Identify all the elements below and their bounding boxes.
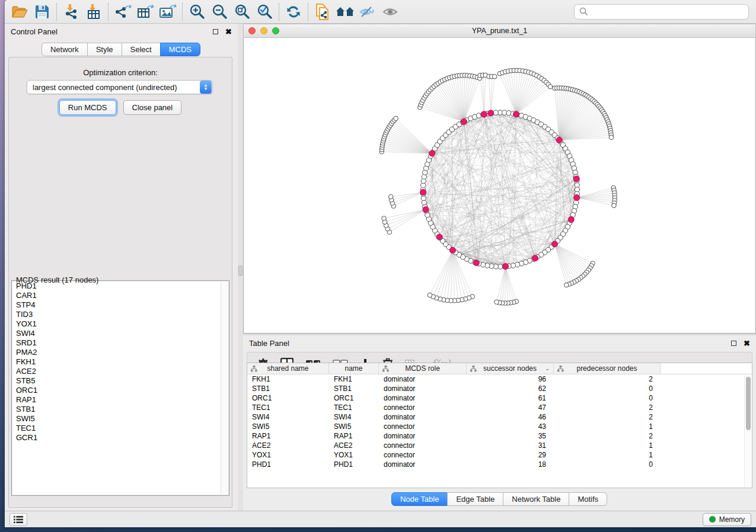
optimization-criterion-select[interactable]: largest connected component (undirected)…	[27, 80, 213, 94]
tab-network[interactable]: Network	[42, 43, 88, 56]
table-row[interactable]: STB1STB1dominator620	[247, 384, 752, 393]
show-all-icon[interactable]	[379, 2, 401, 22]
cell-shared-name[interactable]: ORC1	[247, 393, 329, 403]
cell-successor-nodes[interactable]: 29	[467, 450, 554, 460]
export-network-icon[interactable]	[111, 2, 134, 22]
cell-mcds-role[interactable]: dominator	[379, 460, 467, 469]
cell-predecessor-nodes[interactable]: 0	[554, 460, 661, 469]
table-row[interactable]: FKH1FKH1dominator962	[247, 374, 752, 384]
cell-name[interactable]: SWI5	[329, 422, 379, 431]
import-network-icon[interactable]	[60, 2, 82, 22]
cell-predecessor-nodes[interactable]: 0	[554, 384, 661, 393]
tab-node-table[interactable]: Node Table	[391, 492, 448, 506]
cell-name[interactable]: RAP1	[329, 431, 379, 441]
mcds-result-item[interactable]: CAR1	[12, 291, 228, 300]
mcds-result-item[interactable]: SWI5	[12, 414, 228, 424]
maximize-window-icon[interactable]	[272, 27, 279, 34]
zoom-in-icon[interactable]	[186, 2, 208, 22]
mcds-result-item[interactable]: SWI4	[12, 329, 228, 338]
cell-mcds-role[interactable]: connector	[379, 422, 467, 431]
memory-button[interactable]: Memory	[703, 513, 751, 526]
column-header-predecessor-nodes[interactable]: predecessor nodes	[554, 363, 661, 374]
table-row[interactable]: ACE2ACE2connector311	[247, 441, 752, 450]
import-table-icon[interactable]	[82, 2, 105, 22]
tab-network-table[interactable]: Network Table	[503, 492, 569, 506]
cell-shared-name[interactable]: TEC1	[247, 403, 329, 412]
cell-mcds-role[interactable]: connector	[379, 403, 467, 412]
mcds-result-item[interactable]: RAP1	[12, 395, 228, 405]
vertical-splitter[interactable]	[238, 24, 243, 511]
mcds-result-item[interactable]: STP4	[12, 300, 228, 310]
network-window-titlebar[interactable]: YPA_prune.txt_1	[243, 24, 756, 38]
cell-predecessor-nodes[interactable]: 2	[554, 374, 661, 384]
cell-shared-name[interactable]: YOX1	[247, 450, 329, 460]
tab-mcds[interactable]: MCDS	[160, 43, 200, 56]
mcds-result-item[interactable]: STB5	[12, 376, 228, 386]
cell-name[interactable]: STB1	[329, 384, 379, 393]
tab-edge-table[interactable]: Edge Table	[447, 492, 503, 506]
open-file-icon[interactable]	[8, 2, 31, 22]
cell-successor-nodes[interactable]: 61	[467, 393, 554, 403]
table-row[interactable]: TEC1TEC1connector472	[247, 403, 752, 412]
mcds-result-item[interactable]: TID3	[12, 310, 228, 319]
tab-select[interactable]: Select	[122, 43, 161, 56]
cell-shared-name[interactable]: PHD1	[247, 460, 329, 469]
mcds-result-item[interactable]: STB1	[12, 405, 228, 414]
cell-successor-nodes[interactable]: 47	[467, 403, 554, 412]
cell-successor-nodes[interactable]: 46	[467, 412, 554, 422]
cell-mcds-role[interactable]: dominator	[379, 412, 467, 422]
search-field[interactable]	[574, 4, 749, 20]
save-session-icon[interactable]	[31, 2, 53, 22]
scrollbar-thumb[interactable]	[746, 377, 751, 430]
export-image-icon[interactable]	[157, 2, 179, 22]
cell-predecessor-nodes[interactable]: 1	[554, 441, 661, 450]
cell-mcds-role[interactable]: dominator	[379, 384, 467, 393]
mcds-result-item[interactable]: YOX1	[12, 319, 228, 329]
cell-predecessor-nodes[interactable]: 2	[554, 403, 661, 412]
cell-predecessor-nodes[interactable]: 2	[554, 412, 661, 422]
column-header-name[interactable]: name	[329, 363, 379, 374]
refresh-layout-icon[interactable]	[282, 2, 305, 22]
cell-predecessor-nodes[interactable]: 2	[554, 431, 661, 441]
close-panel-icon[interactable]: ✖	[225, 28, 232, 36]
first-neighbors-icon[interactable]	[334, 2, 356, 22]
cell-successor-nodes[interactable]: 18	[467, 460, 554, 469]
cell-name[interactable]: YOX1	[329, 450, 379, 460]
table-row[interactable]: SWI5SWI5connector431	[247, 422, 752, 431]
network-canvas[interactable]	[243, 38, 756, 334]
mcds-result-item[interactable]: PMA2	[12, 348, 228, 357]
tab-style[interactable]: Style	[87, 43, 122, 56]
mcds-result-item[interactable]: ORC1	[12, 386, 228, 395]
mcds-result-list[interactable]: PHD1CAR1STP4TID3YOX1SWI4SRD1PMA2FKH1ACE2…	[12, 281, 228, 495]
zoom-fit-icon[interactable]	[231, 2, 253, 22]
cell-successor-nodes[interactable]: 43	[467, 422, 554, 431]
table-row[interactable]: ORC1ORC1dominator610	[247, 393, 752, 403]
mcds-result-item[interactable]: GCR1	[12, 433, 228, 443]
list-scrollbar[interactable]	[221, 281, 228, 495]
mcds-result-item[interactable]: ACE2	[12, 367, 228, 376]
cell-successor-nodes[interactable]: 31	[467, 441, 554, 450]
cell-mcds-role[interactable]: dominator	[379, 431, 467, 441]
table-row[interactable]: YOX1YOX1connector291	[247, 450, 752, 460]
close-panel-button[interactable]: Close panel	[123, 100, 182, 115]
run-mcds-button[interactable]: Run MCDS	[59, 100, 116, 115]
cell-successor-nodes[interactable]: 62	[467, 384, 554, 393]
column-header-mcds-role[interactable]: MCDS role	[379, 363, 467, 374]
cell-predecessor-nodes[interactable]: 1	[554, 450, 661, 460]
close-window-icon[interactable]	[248, 27, 256, 34]
cell-shared-name[interactable]: SWI4	[247, 412, 329, 422]
column-header-successor-nodes[interactable]: successor nodes⌄	[467, 363, 554, 374]
cell-name[interactable]: PHD1	[329, 460, 379, 469]
cell-successor-nodes[interactable]: 35	[467, 431, 554, 441]
float-panel-icon[interactable]	[213, 29, 218, 34]
duplicate-network-icon[interactable]	[311, 2, 334, 22]
cell-name[interactable]: SWI4	[329, 412, 379, 422]
table-row[interactable]: RAP1RAP1dominator352	[247, 431, 752, 441]
cell-name[interactable]: ORC1	[329, 393, 379, 403]
minimize-window-icon[interactable]	[260, 27, 267, 34]
cell-successor-nodes[interactable]: 96	[467, 374, 554, 384]
panel-menu-button[interactable]	[9, 513, 27, 526]
cell-shared-name[interactable]: STB1	[247, 384, 329, 393]
cell-predecessor-nodes[interactable]: 1	[554, 422, 661, 431]
table-row[interactable]: PHD1PHD1dominator180	[247, 460, 752, 469]
